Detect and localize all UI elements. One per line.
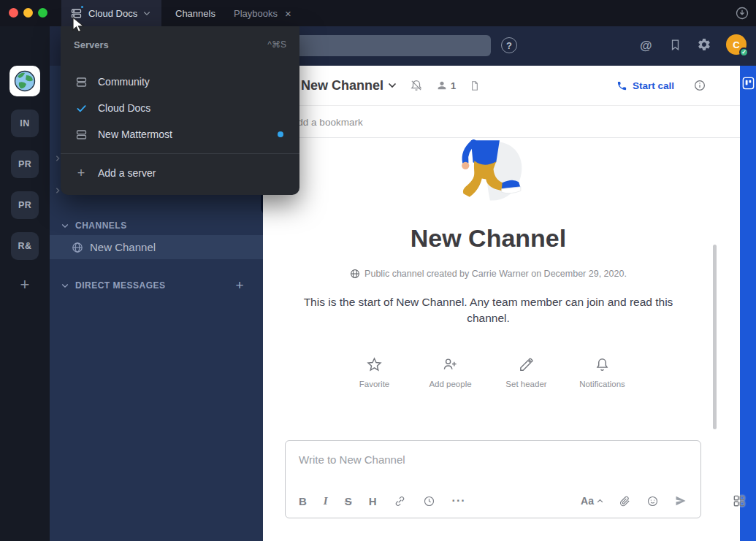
send-button[interactable] bbox=[674, 494, 687, 507]
team-button-1[interactable]: IN bbox=[11, 110, 39, 137]
sidebar-channel-label: New Channel bbox=[90, 241, 156, 253]
menu-item-new-mattermost[interactable]: New Mattermost bbox=[61, 121, 299, 147]
notifications-label: Notifications bbox=[579, 380, 625, 388]
channel-files-button[interactable] bbox=[469, 80, 481, 92]
tab-playbooks[interactable]: Playbooks × bbox=[225, 0, 300, 26]
grid-icon bbox=[732, 494, 747, 508]
bell-off-icon bbox=[410, 79, 423, 92]
close-tab-icon[interactable]: × bbox=[285, 8, 291, 19]
start-call-label: Start call bbox=[633, 80, 674, 91]
emoji-button[interactable] bbox=[646, 495, 659, 507]
formatting-toolbar: B I S H ··· Aa bbox=[286, 484, 700, 518]
servers-menu-header: Servers ^⌘S bbox=[61, 26, 299, 63]
add-server-button[interactable]: + Add a server bbox=[61, 160, 299, 186]
sidebar-item-new-channel[interactable]: New Channel bbox=[50, 235, 263, 259]
question-mark-icon: ? bbox=[506, 40, 512, 51]
globe-avatar-icon bbox=[13, 69, 37, 93]
window-close-button[interactable] bbox=[9, 8, 18, 18]
message-composer: Write to New Channel B I S H ··· bbox=[285, 440, 701, 518]
add-direct-message-button[interactable]: + bbox=[235, 277, 244, 293]
right-dock bbox=[740, 66, 756, 541]
chevron-up-icon bbox=[597, 499, 603, 503]
team-initials: PR bbox=[18, 200, 31, 210]
servers-menu-list: Community Cloud Docs New Mattermost bbox=[61, 63, 299, 186]
servers-dropdown-menu: Servers ^⌘S Community Cloud Docs bbox=[61, 26, 299, 195]
team-button-4[interactable]: R& bbox=[11, 232, 39, 260]
settings-button[interactable] bbox=[697, 37, 711, 52]
channel-info-button[interactable] bbox=[693, 79, 706, 92]
menu-item-label: New Mattermost bbox=[98, 128, 172, 140]
unread-dot bbox=[278, 131, 283, 137]
text-size-button[interactable]: Aa bbox=[581, 495, 603, 507]
servers-menu-title: Servers bbox=[74, 39, 109, 50]
menu-item-community[interactable]: Community bbox=[61, 69, 299, 95]
tab-playbooks-label: Playbooks bbox=[234, 8, 278, 19]
history-button[interactable] bbox=[423, 495, 435, 507]
text-size-label: Aa bbox=[581, 495, 594, 507]
channel-header: New Channel 1 bbox=[263, 66, 740, 106]
italic-button[interactable]: I bbox=[324, 495, 328, 507]
channel-created-text: Public channel created by Carrie Warner … bbox=[364, 269, 627, 279]
heading-button[interactable]: H bbox=[369, 495, 377, 507]
attach-file-button[interactable] bbox=[619, 495, 631, 507]
menu-item-label: Community bbox=[98, 76, 150, 88]
team-initials: R& bbox=[18, 241, 32, 251]
chevron-down-icon bbox=[143, 11, 150, 16]
bold-button[interactable]: B bbox=[299, 495, 307, 507]
menu-item-label: Cloud Docs bbox=[98, 102, 150, 114]
chevron-down-icon bbox=[61, 283, 69, 288]
download-update-button[interactable] bbox=[735, 6, 749, 20]
window-minimize-button[interactable] bbox=[23, 8, 33, 18]
apps-grid-button[interactable] bbox=[732, 494, 747, 508]
team-button-2[interactable]: PR bbox=[11, 150, 39, 178]
boards-panel-button[interactable] bbox=[741, 76, 755, 91]
favorite-button[interactable]: Favorite bbox=[349, 356, 400, 388]
chevron-down-icon bbox=[388, 83, 397, 88]
menu-divider bbox=[61, 153, 299, 154]
more-formatting-button[interactable]: ··· bbox=[452, 494, 466, 507]
set-header-button[interactable]: Set header bbox=[501, 356, 552, 388]
notifications-muted-button[interactable] bbox=[410, 79, 423, 92]
channel-members-button[interactable]: 1 bbox=[436, 80, 456, 91]
direct-messages-label: DIRECT MESSAGES bbox=[75, 280, 166, 291]
search-input[interactable] bbox=[269, 35, 491, 56]
star-icon bbox=[366, 356, 383, 373]
channel-name-button[interactable]: New Channel bbox=[301, 78, 397, 93]
add-team-button[interactable]: + bbox=[11, 276, 39, 293]
saved-posts-button[interactable] bbox=[668, 38, 682, 52]
direct-messages-category-row[interactable]: DIRECT MESSAGES + bbox=[50, 273, 263, 298]
menu-item-cloud-docs[interactable]: Cloud Docs bbox=[61, 95, 299, 121]
clock-icon bbox=[423, 495, 435, 507]
start-call-button[interactable]: Start call bbox=[616, 80, 674, 91]
bell-icon bbox=[594, 356, 611, 373]
scrollbar[interactable] bbox=[713, 245, 717, 429]
notifications-button[interactable]: Notifications bbox=[577, 356, 628, 388]
globe-icon bbox=[72, 242, 83, 253]
active-server-button[interactable] bbox=[9, 66, 40, 96]
mentions-button[interactable]: @ bbox=[640, 39, 652, 53]
channel-intro-illustration bbox=[448, 138, 530, 211]
add-people-label: Add people bbox=[429, 380, 471, 388]
team-button-3[interactable]: PR bbox=[11, 191, 39, 219]
file-icon bbox=[469, 80, 481, 92]
add-people-button[interactable]: Add people bbox=[425, 356, 476, 388]
plus-icon: + bbox=[74, 166, 88, 181]
strikethrough-button[interactable]: S bbox=[345, 495, 352, 507]
member-count: 1 bbox=[451, 80, 456, 91]
link-button[interactable] bbox=[394, 495, 406, 507]
servers-menu-shortcut: ^⌘S bbox=[267, 39, 286, 50]
channels-category-label: CHANNELS bbox=[75, 220, 127, 231]
team-initials: PR bbox=[18, 159, 31, 169]
tab-channels[interactable]: Channels bbox=[167, 0, 224, 26]
add-bookmark-button[interactable]: Add a bookmark bbox=[291, 117, 362, 128]
team-sidebar: IN PR PR R& + bbox=[0, 26, 50, 541]
help-button[interactable]: ? bbox=[501, 37, 517, 53]
send-icon bbox=[674, 494, 687, 507]
bookmark-icon bbox=[668, 38, 682, 52]
server-icon bbox=[74, 76, 88, 88]
window-zoom-button[interactable] bbox=[38, 8, 47, 18]
channels-category-row[interactable]: CHANNELS bbox=[50, 213, 263, 238]
user-avatar[interactable]: C ✓ bbox=[726, 34, 747, 55]
message-input[interactable]: Write to New Channel bbox=[286, 441, 700, 466]
channel-intro-meta: Public channel created by Carrie Warner … bbox=[263, 269, 714, 279]
